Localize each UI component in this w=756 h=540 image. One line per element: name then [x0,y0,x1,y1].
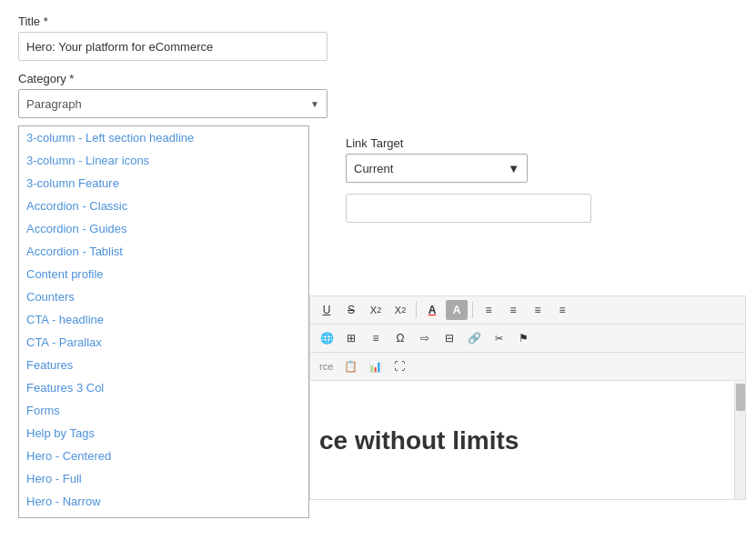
toolbar-row-3: rce 📋 📊 ⛶ [310,353,745,380]
superscript-button[interactable]: X2 [389,300,411,320]
indent-button[interactable]: ⇨ [414,328,436,348]
globe-icon-button[interactable]: 🌐 [316,328,338,348]
dropdown-item[interactable]: Forms [19,399,308,422]
separator-2 [472,302,473,318]
scrollbar[interactable] [734,382,745,499]
dropdown-item[interactable]: Inline form - Sidebar [19,513,308,517]
font-color-button[interactable]: A [421,300,443,320]
link-button[interactable]: 🔗 [463,328,485,348]
dropdown-item[interactable]: 3-column - Left section headline [19,126,308,149]
title-input[interactable] [18,32,328,61]
scrollbar-thumb[interactable] [736,384,745,411]
right-text-input[interactable] [346,194,591,223]
underline-button[interactable]: U [316,300,338,320]
chart-button[interactable]: 📊 [364,356,386,376]
align-left-button[interactable]: ≡ [478,300,499,320]
dropdown-item[interactable]: 3-column - Linear icons [19,149,308,172]
align-center-button[interactable]: ≡ [502,300,524,320]
subscript-button[interactable]: X2 [365,300,387,320]
align-justify-button[interactable]: ≡ [551,300,573,320]
dropdown-item[interactable]: Accordion - Guides [19,217,308,240]
link-target-value: Current [354,162,393,175]
category-select[interactable]: Paragraph ▼ [18,89,328,118]
chevron-down-icon: ▼ [310,99,319,109]
paste-button[interactable]: 📋 [339,356,361,376]
table-button[interactable]: ⊞ [340,328,362,348]
flag-button[interactable]: ⚑ [512,328,534,348]
strikethrough-button[interactable]: S [340,300,362,320]
rce-label: rce [316,356,337,376]
editor-content-text: ce without limits [319,426,519,455]
title-label: Title * [18,15,738,28]
dropdown-item[interactable]: Features 3 Col [19,376,308,399]
dropdown-item[interactable]: Hero - Full [19,467,308,490]
unlink-button[interactable]: ✂ [488,328,509,348]
dropdown-item[interactable]: CTA - headline [19,308,308,331]
dropdown-item[interactable]: Accordion - Tablist [19,240,308,263]
dropdown-item[interactable]: Features [19,354,308,376]
dropdown-item[interactable]: CTA - Parallax [19,331,308,354]
right-panel: Link Target Current ▼ [346,136,746,234]
omega-button[interactable]: Ω [389,328,411,348]
dropdown-item[interactable]: Counters [19,285,308,308]
link-target-select[interactable]: Current ▼ [346,154,528,183]
link-target-label: Link Target [346,136,746,150]
fullscreen-button[interactable]: ⛶ [388,356,410,376]
chevron-down-icon: ▼ [508,162,519,175]
dropdown-item[interactable]: 3-column Feature [19,172,308,195]
dropdown-item[interactable]: Help by Tags [19,422,308,445]
align-right-button[interactable]: ≡ [527,300,549,320]
editor-toolbar: U S X2 X2 A A ≡ ≡ ≡ ≡ 🌐 ⊞ ≡ Ω ⇨ ⊟ 🔗 ✂ ⚑ [309,295,746,381]
category-dropdown: 3-column - Left section headline3-column… [18,125,309,518]
separator [416,302,417,318]
editor-content-area[interactable]: ce without limits [309,382,746,500]
highlight-button[interactable]: A [446,300,468,320]
dropdown-scroll-area[interactable]: 3-column - Left section headline3-column… [19,126,308,517]
dropdown-item[interactable]: Hero - Centered [19,445,308,467]
toolbar-row-2: 🌐 ⊞ ≡ Ω ⇨ ⊟ 🔗 ✂ ⚑ [310,325,745,353]
dropdown-item[interactable]: Hero - Narrow [19,490,308,513]
dropdown-item[interactable]: Content profile [19,263,308,285]
dropdown-item[interactable]: Accordion - Classic [19,195,308,217]
block-button[interactable]: ⊟ [438,328,460,348]
category-select-value: Paragraph [26,97,82,111]
list-button[interactable]: ≡ [365,328,387,348]
category-label: Category * [18,72,738,85]
toolbar-row-1: U S X2 X2 A A ≡ ≡ ≡ ≡ [310,296,745,325]
